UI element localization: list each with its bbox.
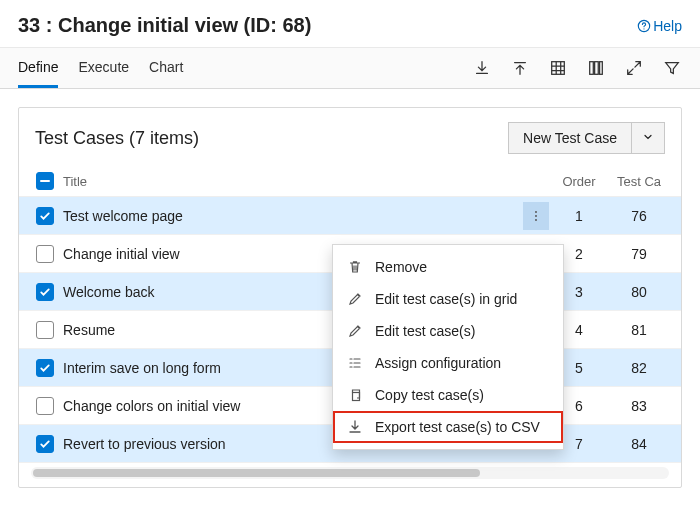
download-icon[interactable] [472,58,492,78]
upload-icon[interactable] [510,58,530,78]
column-order[interactable]: Order [549,174,609,189]
row-id: 82 [609,360,669,376]
menu-remove-label: Remove [375,259,427,275]
row-checkbox[interactable] [36,283,54,301]
column-testcase[interactable]: Test Ca [609,174,669,189]
row-actions-button[interactable] [523,202,549,230]
help-label: Help [653,18,682,34]
download-icon [347,419,363,435]
menu-export-csv[interactable]: Export test case(s) to CSV [333,411,563,443]
column-title[interactable]: Title [59,174,523,189]
menu-export-csv-label: Export test case(s) to CSV [375,419,540,435]
pencil-icon [347,291,363,307]
row-title: Test welcome page [59,208,523,224]
card-title: Test Cases (7 items) [35,128,508,149]
svg-point-1 [644,28,645,29]
menu-remove[interactable]: Remove [333,251,563,283]
more-vertical-icon [529,209,543,223]
table-row[interactable]: Test welcome page176 [19,197,681,235]
row-checkbox[interactable] [36,321,54,339]
menu-copy-label: Copy test case(s) [375,387,484,403]
row-checkbox[interactable] [36,435,54,453]
svg-point-7 [535,215,537,217]
select-all-checkbox[interactable] [36,172,54,190]
chevron-down-icon [642,131,654,143]
grid-icon[interactable] [548,58,568,78]
new-test-case-button[interactable]: New Test Case [508,122,665,154]
row-checkbox[interactable] [36,359,54,377]
menu-edit-grid[interactable]: Edit test case(s) in grid [333,283,563,315]
help-icon [637,19,651,33]
menu-copy[interactable]: Copy test case(s) [333,379,563,411]
row-id: 84 [609,436,669,452]
svg-rect-9 [353,393,360,401]
menu-assign[interactable]: Assign configuration [333,347,563,379]
context-menu: Remove Edit test case(s) in grid Edit te… [332,244,564,450]
row-id: 83 [609,398,669,414]
new-test-case-label[interactable]: New Test Case [509,123,631,153]
menu-edit-label: Edit test case(s) [375,323,475,339]
row-id: 80 [609,284,669,300]
menu-edit[interactable]: Edit test case(s) [333,315,563,347]
svg-rect-3 [590,62,594,75]
menu-assign-label: Assign configuration [375,355,501,371]
expand-icon[interactable] [624,58,644,78]
help-link[interactable]: Help [637,18,682,34]
row-id: 79 [609,246,669,262]
tab-chart[interactable]: Chart [149,48,183,88]
new-test-case-dropdown[interactable] [631,123,664,153]
row-checkbox[interactable] [36,245,54,263]
row-id: 81 [609,322,669,338]
filter-icon[interactable] [662,58,682,78]
row-order: 1 [549,208,609,224]
row-checkbox[interactable] [36,207,54,225]
copy-icon [347,387,363,403]
row-id: 76 [609,208,669,224]
scrollbar-thumb[interactable] [33,469,480,477]
svg-rect-4 [595,62,599,75]
tab-bar: Define Execute Chart [0,47,700,89]
svg-rect-5 [600,62,603,75]
menu-edit-grid-label: Edit test case(s) in grid [375,291,517,307]
svg-rect-2 [552,62,565,75]
list-icon [347,355,363,371]
tab-execute[interactable]: Execute [78,48,129,88]
pencil-icon [347,323,363,339]
page-title: 33 : Change initial view (ID: 68) [18,14,637,37]
svg-point-6 [535,211,537,213]
grid-header-row: Title Order Test Ca [19,166,681,197]
trash-icon [347,259,363,275]
row-checkbox[interactable] [36,397,54,415]
columns-icon[interactable] [586,58,606,78]
tab-define[interactable]: Define [18,48,58,88]
svg-point-8 [535,218,537,220]
horizontal-scrollbar[interactable] [31,467,669,479]
